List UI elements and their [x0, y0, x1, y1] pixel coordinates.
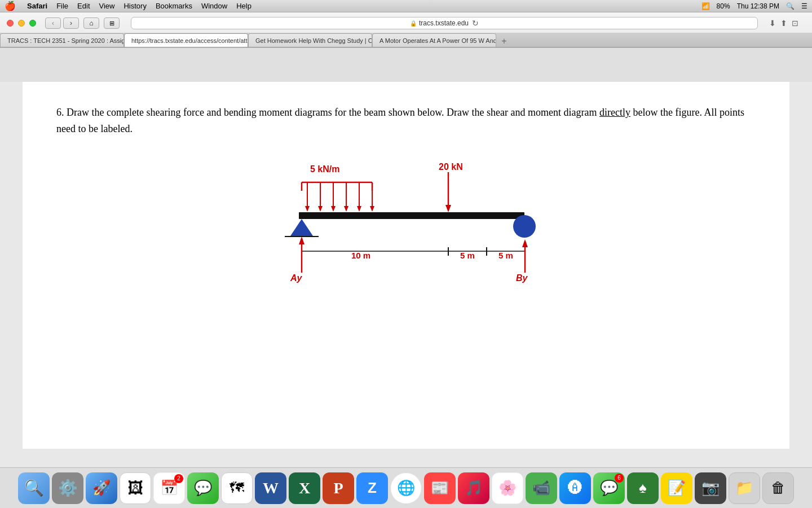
svg-marker-16: [445, 205, 451, 212]
share-icon[interactable]: ⬆: [780, 19, 787, 28]
refresh-button[interactable]: ↻: [472, 19, 479, 28]
tab-overview-button[interactable]: ⊞: [104, 17, 120, 29]
point-load-label: 20 kN: [439, 162, 463, 172]
roller-support-circle: [513, 215, 536, 238]
tab-0[interactable]: TRACS : TECH 2351 - Spring 2020 : Assign…: [0, 33, 124, 47]
beam-diagram: 5 kN/m: [237, 160, 575, 318]
forward-button[interactable]: ›: [63, 17, 79, 29]
dock-appstore[interactable]: 🅐: [559, 472, 591, 504]
tab-3[interactable]: A Motor Operates At A Power Of 95 W And …: [372, 33, 496, 47]
pin-support-triangle: [290, 219, 313, 236]
close-button[interactable]: [7, 20, 14, 27]
dock-word[interactable]: W: [255, 472, 286, 504]
dock-photos3[interactable]: 📷: [695, 472, 726, 504]
dock-photos-app[interactable]: 🖼: [120, 472, 151, 504]
dock-system-prefs[interactable]: ⚙️: [52, 472, 83, 504]
menu-bookmarks[interactable]: Bookmarks: [156, 2, 192, 10]
fullscreen-button[interactable]: [29, 20, 36, 27]
home-button[interactable]: ⌂: [83, 17, 99, 29]
dock-messages2[interactable]: 💬 6: [593, 472, 625, 504]
menu-edit[interactable]: Edit: [77, 2, 90, 10]
menu-bar: 🍎 Safari File Edit View History Bookmark…: [0, 0, 812, 12]
dim3-label: 5 m: [498, 251, 513, 260]
top-gray-area: [0, 48, 812, 82]
dock-photos2[interactable]: 🌸: [492, 472, 523, 504]
search-icon[interactable]: 🔍: [786, 2, 795, 10]
problem-number: 6.: [56, 107, 64, 118]
wifi-icon: 📶: [701, 2, 710, 10]
beam-body: [299, 212, 524, 219]
address-bar[interactable]: 🔒 tracs.txstate.edu ↻: [131, 17, 758, 29]
dock-calendar[interactable]: 📅 2: [153, 472, 185, 504]
time-display: Thu 12:38 PM: [737, 2, 779, 10]
dock-music[interactable]: 🎵: [458, 472, 489, 504]
svg-marker-30: [299, 237, 304, 244]
back-button[interactable]: ‹: [45, 17, 61, 29]
dock-excel[interactable]: X: [289, 472, 320, 504]
notification-icon[interactable]: ☰: [801, 2, 807, 10]
svg-marker-12: [357, 206, 361, 212]
messages-badge: 6: [615, 474, 624, 483]
new-tab-button[interactable]: +: [498, 36, 510, 47]
dock-finder[interactable]: 🔍: [18, 472, 50, 504]
dock-zoom[interactable]: Z: [356, 472, 388, 504]
svg-marker-10: [344, 206, 348, 212]
menu-history[interactable]: History: [123, 2, 146, 10]
dock-trash[interactable]: 🗑: [762, 472, 794, 504]
menu-view[interactable]: View: [99, 2, 115, 10]
minimize-button[interactable]: [18, 20, 25, 27]
menu-safari[interactable]: Safari: [27, 2, 47, 10]
tab-2[interactable]: Get Homework Help With Chegg Study | Che…: [248, 33, 372, 47]
dock-chrome[interactable]: 🌐: [390, 472, 422, 504]
dock-facetime[interactable]: 📹: [526, 472, 557, 504]
dock: 🔍 ⚙️ 🚀 🖼 📅 2 💬 🗺 W X P Z 🌐 📰 🎵 🌸 📹: [0, 467, 812, 508]
dock-notes[interactable]: 📝: [661, 472, 692, 504]
browser-chrome: ‹ › ⌂ ⊞ 🔒 tracs.txstate.edu ↻ ⬇ ⬆ ⊡ TRAC…: [0, 12, 812, 48]
lock-icon: 🔒: [410, 20, 417, 27]
menu-help[interactable]: Help: [236, 2, 251, 10]
menu-window[interactable]: Window: [201, 2, 227, 10]
diagram-container: 5 kN/m: [56, 154, 756, 340]
svg-marker-4: [305, 206, 310, 212]
dock-downloads[interactable]: 📁: [729, 472, 760, 504]
svg-marker-8: [331, 206, 336, 212]
new-tab-icon[interactable]: ⊡: [792, 19, 798, 28]
url-display: tracs.txstate.edu: [419, 19, 469, 27]
reaction-left-label: Ay: [290, 273, 303, 283]
tabs-row: TRACS : TECH 2351 - Spring 2020 : Assign…: [0, 33, 812, 47]
menu-file[interactable]: File: [56, 2, 68, 10]
dock-news[interactable]: 📰: [424, 472, 456, 504]
dock-messages[interactable]: 💬: [187, 472, 219, 504]
menubar-right: 📶 80% Thu 12:38 PM 🔍 ☰: [701, 2, 807, 10]
calendar-badge: 2: [174, 474, 183, 483]
dock-powerpoint[interactable]: P: [323, 472, 354, 504]
main-content: 6. Draw the complete shearing force and …: [23, 82, 789, 449]
dock-launchpad[interactable]: 🚀: [86, 472, 117, 504]
svg-marker-14: [370, 206, 374, 212]
distributed-load-label: 5 kN/m: [310, 164, 339, 174]
dim2-label: 5 m: [460, 251, 475, 260]
download-icon[interactable]: ⬇: [769, 19, 776, 28]
battery-indicator: 80%: [717, 2, 730, 10]
dock-solitaire[interactable]: ♠: [627, 472, 659, 504]
tab-1[interactable]: https://tracs.txstate.edu/access/content…: [124, 33, 248, 47]
svg-marker-6: [318, 206, 323, 212]
dim1-label: 10 m: [351, 251, 370, 260]
reaction-right-label: By: [516, 273, 528, 283]
svg-marker-32: [522, 239, 528, 247]
dock-maps[interactable]: 🗺: [221, 472, 253, 504]
apple-menu[interactable]: 🍎: [5, 1, 16, 11]
problem-text: 6. Draw the complete shearing force and …: [56, 104, 756, 137]
